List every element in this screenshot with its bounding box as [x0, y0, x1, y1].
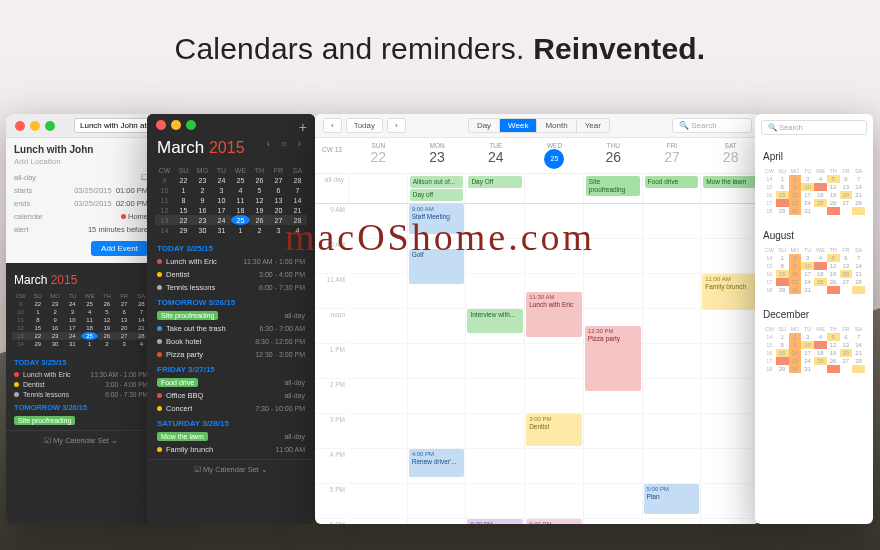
day-header[interactable]: SUN22	[349, 138, 408, 173]
tagline: Calendars and reminders. Reinvented.	[0, 32, 880, 66]
event[interactable]: 11:30 AMLunch with Eric	[526, 292, 582, 337]
event[interactable]: 6:00 PMTennis lessons	[526, 519, 582, 524]
week-view-window: ‹ Today › DayWeekMonthYear 🔍 Search CW 1…	[315, 114, 760, 524]
close-icon[interactable]	[156, 120, 166, 130]
event[interactable]: 12:30 PMPizza party	[585, 326, 641, 391]
add-button[interactable]: +	[299, 119, 307, 135]
day-header[interactable]: MON23	[408, 138, 467, 173]
minimize-icon[interactable]	[30, 121, 40, 131]
add-event-button[interactable]: Add Event	[91, 241, 148, 256]
allday-cell[interactable]	[349, 174, 408, 203]
allday-cell[interactable]: Mow the lawn	[701, 174, 760, 203]
zoom-icon[interactable]	[45, 121, 55, 131]
zoom-icon[interactable]	[186, 120, 196, 130]
day-column[interactable]: 12:30 PMPizza party	[584, 204, 643, 524]
allday-cell[interactable]	[525, 174, 584, 203]
agenda-item[interactable]: Tennis lessons6:00 - 7:30 PM	[12, 389, 150, 399]
event-title[interactable]: Lunch with John	[6, 138, 156, 157]
day-column[interactable]: 11:00 AMFamily brunch	[701, 204, 760, 524]
view-segment[interactable]: DayWeekMonthYear	[468, 118, 610, 133]
minimize-icon[interactable]	[171, 120, 181, 130]
mini-calendar[interactable]: CWSUMOTUWETHFRSA922232425262728101234567…	[147, 163, 315, 237]
calendar-set-selector[interactable]: ☑ My Calendar Set ⌄	[6, 430, 156, 450]
mini-calendar[interactable]: CWSUMOTUWETHFRSA922232425262728101234567…	[6, 290, 156, 350]
agenda-header: TOMORROW 3/26/15	[12, 399, 150, 414]
day-header[interactable]: FRI27	[643, 138, 702, 173]
event[interactable]: 4:00 PMRenew driver'...	[409, 449, 465, 477]
day-header[interactable]: SAT28	[701, 138, 760, 173]
agenda-item[interactable]: Lunch with Eric11:30 AM - 1:00 PM	[155, 255, 307, 268]
prev-button[interactable]: ‹	[323, 118, 342, 133]
agenda-item[interactable]: Book hotel8:30 - 12:00 PM	[155, 335, 307, 348]
event[interactable]: 11:00 AMFamily brunch	[702, 274, 758, 310]
day-column[interactable]: 9:00 AMStaff MeetingGolf4:00 PMRenew dri…	[408, 204, 467, 524]
search-input[interactable]: 🔍 Search	[672, 118, 752, 133]
agenda-item[interactable]: Site proofreading	[12, 414, 150, 426]
search-input[interactable]: 🔍 Search	[761, 120, 867, 135]
agenda-item[interactable]: Take out the trash6:30 - 7:00 AM	[155, 322, 307, 335]
event[interactable]: 3:00 PMDentist	[526, 414, 582, 446]
allday-cell[interactable]: Day Off	[466, 174, 525, 203]
day-header[interactable]: THU26	[584, 138, 643, 173]
event[interactable]: Interview with...	[467, 309, 523, 333]
event[interactable]: 6:30 PMDinner with Sue and Alex	[467, 519, 523, 524]
agenda-item[interactable]: Lunch with Eric11:30 AM - 1:00 PM	[12, 369, 150, 379]
day-column[interactable]	[349, 204, 408, 524]
sidebar-window: + March 2015‹ ○ › CWSUMOTUWETHFRSA922232…	[147, 114, 315, 524]
next-button[interactable]: ›	[387, 118, 406, 133]
event[interactable]: Golf	[409, 249, 465, 284]
year-month[interactable]: AprilCWSUMOTUWETHFRSA1412345671589101112…	[755, 141, 873, 220]
allday-cell[interactable]: Allison out of...Day off	[408, 174, 467, 203]
event[interactable]: 9:00 AMStaff Meeting	[409, 204, 465, 234]
day-column[interactable]: 5:00 PMPlan7:30 PMConcert	[643, 204, 702, 524]
allday-cell[interactable]: Food drive	[643, 174, 702, 203]
location-field[interactable]: Add Location	[6, 157, 156, 171]
year-panel: 🔍 Search AprilCWSUMOTUWETHFRSA1412345671…	[755, 114, 873, 524]
day-header[interactable]: WED25	[525, 138, 584, 173]
agenda-item[interactable]: Dentist3:00 - 4:00 PM	[155, 268, 307, 281]
close-icon[interactable]	[15, 121, 25, 131]
year-month[interactable]: AugustCWSUMOTUWETHFRSA141234567158910111…	[755, 220, 873, 299]
agenda-item[interactable]: Mow the lawnall-day	[155, 430, 307, 443]
agenda-header: TODAY 3/25/15	[12, 354, 150, 369]
alert-select[interactable]: 15 minutes before	[88, 225, 148, 234]
today-button[interactable]: Today	[346, 118, 383, 133]
allday-cell[interactable]: Site proofreading	[584, 174, 643, 203]
quick-entry-window: Lunch with John Add Location all-day☐ st…	[6, 114, 156, 524]
agenda-item[interactable]: Pizza party12:30 - 3:00 PM	[155, 348, 307, 361]
agenda-item[interactable]: Dentist3:00 - 4:00 PM	[12, 379, 150, 389]
agenda-item[interactable]: Food driveall-day	[155, 376, 307, 389]
month-nav[interactable]: ‹ ○ ›	[267, 138, 305, 149]
agenda-item[interactable]: Office BBQall-day	[155, 389, 307, 402]
day-column[interactable]: 11:30 AMLunch with Eric3:00 PMDentist6:0…	[525, 204, 584, 524]
agenda-item[interactable]: Family brunch11:00 AM	[155, 443, 307, 456]
agenda-item[interactable]: Concert7:30 - 10:00 PM	[155, 402, 307, 415]
quick-entry-input[interactable]	[74, 118, 156, 133]
calendar-select[interactable]: Home	[121, 212, 148, 221]
calendar-set-selector[interactable]: ☑ My Calendar Set ⌄	[147, 459, 315, 479]
agenda-item[interactable]: Tennis lessons6:00 - 7:30 PM	[155, 281, 307, 294]
event[interactable]: 5:00 PMPlan	[644, 484, 700, 514]
day-column[interactable]: Interview with...6:30 PMDinner with Sue …	[466, 204, 525, 524]
day-header[interactable]: TUE24	[466, 138, 525, 173]
agenda-item[interactable]: Site proofreadingall-day	[155, 309, 307, 322]
year-month[interactable]: DecemberCWSUMOTUWETHFRSA1412345671589101…	[755, 299, 873, 378]
